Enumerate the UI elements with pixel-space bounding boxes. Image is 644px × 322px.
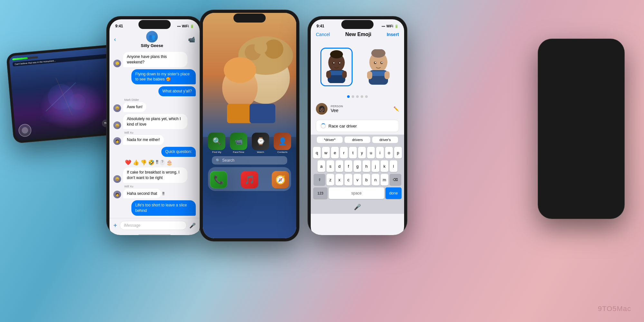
- emoji-dot-2[interactable]: [352, 95, 354, 98]
- emoji-text-input[interactable]: Race car driver: [316, 120, 399, 132]
- key-x[interactable]: x: [336, 174, 343, 185]
- insert-button[interactable]: Insert: [387, 32, 399, 37]
- home-dock: 📞 ✉️ 🎵 🧭: [208, 167, 291, 191]
- group-name[interactable]: Silly Geese: [141, 43, 163, 48]
- key-c[interactable]: c: [345, 174, 352, 185]
- messages-back-button[interactable]: ‹: [114, 36, 116, 43]
- delete-key[interactable]: ⌫: [390, 174, 401, 185]
- message-row: 😄 Absolutely no plans yet, which I kind …: [113, 114, 196, 129]
- svg-rect-34: [384, 71, 390, 79]
- home-indicator: [109, 232, 200, 235]
- message-reaction-badge: ‼️: [162, 191, 165, 196]
- app-watch[interactable]: ⌚ Watch: [252, 133, 269, 154]
- site-watermark: 9TO5Mac: [598, 305, 631, 313]
- edit-name-button[interactable]: ✏️: [393, 106, 399, 111]
- message-row: 🧑 Will Xu Haha second that ‼️: [113, 185, 196, 199]
- message-row: Flying down to my sister's place to see …: [113, 69, 196, 85]
- voice-input-button[interactable]: 🎤: [189, 223, 196, 229]
- key-w[interactable]: w: [322, 147, 330, 158]
- key-m[interactable]: m: [381, 174, 388, 185]
- key-t[interactable]: t: [349, 147, 357, 158]
- key-i[interactable]: i: [376, 147, 384, 158]
- reaction-laugh[interactable]: 🤣: [148, 159, 155, 166]
- message-input[interactable]: iMessage: [120, 221, 187, 230]
- emoji-input-text: Race car driver: [328, 124, 357, 128]
- key-v[interactable]: v: [354, 174, 361, 185]
- key-p[interactable]: p: [394, 147, 402, 158]
- home-search-bar[interactable]: 🔍 Search: [212, 156, 287, 165]
- key-j[interactable]: j: [372, 160, 379, 172]
- key-a[interactable]: a: [317, 160, 325, 172]
- key-y[interactable]: y: [358, 147, 366, 158]
- loading-spinner: [321, 123, 326, 128]
- messages-screen: 9:41 ▪▪▪ WiFi 🔋 ‹ 👥 Silly Geese 📹 🙂 Anyo…: [109, 19, 200, 235]
- left-joystick[interactable]: [18, 123, 32, 137]
- search-label: Search: [222, 158, 234, 163]
- video-call-button[interactable]: 📹: [188, 36, 195, 43]
- messages-input-bar: + iMessage 🎤: [109, 218, 200, 232]
- keyboard-row-1: q w e r t y u i o p: [312, 147, 403, 158]
- key-q[interactable]: q: [313, 147, 321, 158]
- shift-key[interactable]: ⇧: [314, 174, 325, 185]
- key-h[interactable]: h: [363, 160, 370, 172]
- emoji-dot-5[interactable]: [365, 95, 368, 98]
- emoji-dot-1[interactable]: [347, 95, 350, 98]
- svg-rect-13: [227, 104, 253, 123]
- messages-time: 9:41: [115, 24, 123, 28]
- key-d[interactable]: d: [336, 160, 343, 172]
- key-n[interactable]: n: [372, 174, 379, 185]
- app-contacts[interactable]: 👤 Contacts: [274, 133, 291, 154]
- keyboard-bottom-row: 123 space done: [312, 187, 403, 199]
- done-key[interactable]: done: [385, 187, 402, 199]
- numbers-key[interactable]: 123: [313, 187, 327, 199]
- app-phone[interactable]: 📞: [210, 171, 227, 188]
- emoji-nav-bar: Cancel New Emoji Insert: [311, 30, 404, 41]
- reaction-exclaim[interactable]: ‼️: [156, 159, 158, 166]
- message-row: 😄 Mark Disler Aww fun!: [113, 98, 196, 112]
- cancel-button[interactable]: Cancel: [316, 32, 330, 37]
- key-l[interactable]: l: [390, 160, 397, 172]
- reaction-thumbs-up[interactable]: 👍: [133, 159, 139, 166]
- suggestion-3[interactable]: driver's: [372, 137, 398, 143]
- app-music[interactable]: 🎵: [241, 171, 258, 188]
- svg-point-22: [339, 62, 340, 63]
- suggestion-1[interactable]: *driver*: [317, 137, 343, 143]
- reaction-question[interactable]: ?: [160, 159, 165, 166]
- message-row: What about y'all?: [113, 86, 196, 96]
- key-z[interactable]: z: [327, 174, 334, 185]
- facetime-label: FaceTime: [230, 151, 247, 154]
- messages-header: ‹ 👥 Silly Geese 📹: [109, 30, 200, 51]
- add-attachment-button[interactable]: +: [113, 222, 117, 229]
- svg-rect-27: [371, 71, 386, 76]
- key-g[interactable]: g: [354, 160, 361, 172]
- key-s[interactable]: s: [327, 160, 334, 172]
- space-key[interactable]: space: [329, 187, 384, 199]
- key-o[interactable]: o: [385, 147, 393, 158]
- sender-name: Mark Disler: [123, 98, 146, 101]
- key-b[interactable]: b: [363, 174, 370, 185]
- emoji-dot-4[interactable]: [361, 95, 363, 98]
- emoji-dot-3[interactable]: [356, 95, 359, 98]
- reaction-thumbs-down[interactable]: 👎: [140, 159, 147, 166]
- watch-label: Watch: [252, 151, 269, 154]
- emoji-character-alt[interactable]: [362, 48, 394, 86]
- emoji-screen: 9:41 ▪▪▪ WiFi 🔋 Cancel New Emoji Insert: [311, 19, 404, 235]
- suggestion-2[interactable]: drivers: [345, 137, 370, 143]
- key-e[interactable]: e: [331, 147, 339, 158]
- key-r[interactable]: r: [340, 147, 348, 158]
- app-find-my[interactable]: 🔍 Find My: [208, 133, 225, 154]
- key-u[interactable]: u: [367, 147, 375, 158]
- key-f[interactable]: f: [345, 160, 352, 172]
- sender-avatar: 🙂: [113, 60, 121, 67]
- phone-emoji-creator: 9:41 ▪▪▪ WiFi 🔋 Cancel New Emoji Insert: [308, 16, 407, 235]
- reaction-heart[interactable]: ❤️: [125, 159, 131, 166]
- app-facetime[interactable]: 📹 FaceTime: [230, 133, 247, 154]
- home-screen: 🔍 Find My 📹 FaceTime ⌚ Watch 👤 Contacts: [203, 13, 296, 238]
- key-k[interactable]: k: [381, 160, 388, 172]
- emoji-character-selected[interactable]: [320, 48, 353, 86]
- person-icon: 👩🏿: [316, 103, 327, 115]
- message-bubble: Flying down to my sister's place to see …: [131, 69, 196, 85]
- app-compass[interactable]: 🧭: [272, 171, 289, 188]
- reaction-cake[interactable]: 🎂: [166, 159, 173, 166]
- mic-icon[interactable]: 🎤: [354, 204, 361, 211]
